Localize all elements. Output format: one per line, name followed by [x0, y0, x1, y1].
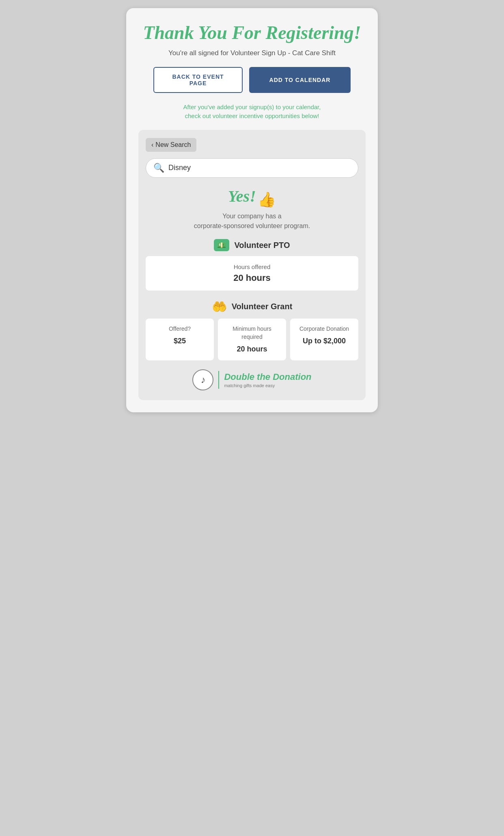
dtd-tagline: matching gifts made easy [224, 383, 311, 388]
new-search-button[interactable]: ‹ New Search [146, 138, 196, 152]
dtd-brand-name: Double the Donation [224, 372, 311, 382]
incentive-text: After you've added your signup(s) to you… [138, 103, 366, 121]
inner-card: ‹ New Search 🔍 Yes! 👍 Your company has a… [138, 130, 366, 400]
pto-hours-label: Hours offered [153, 263, 351, 270]
dtd-logo-icon: ♪ [192, 369, 213, 390]
back-to-event-button[interactable]: BACK TO EVENT PAGE [153, 67, 243, 93]
dtd-text-block: Double the Donation matching gifts made … [224, 372, 311, 388]
button-row: BACK TO EVENT PAGE ADD TO CALENDAR [138, 67, 366, 93]
pto-hours-value: 20 hours [153, 273, 351, 283]
grant-value-0: $25 [151, 336, 209, 346]
grant-card-hours: Minimum hours required 20 hours [218, 319, 286, 360]
yes-section: Yes! 👍 Your company has a corporate-spon… [146, 187, 358, 231]
grant-value-2: Up to $2,000 [295, 336, 353, 346]
company-description: Your company has a corporate-sponsored v… [146, 211, 358, 231]
search-icon: 🔍 [153, 163, 164, 173]
new-search-label: New Search [155, 141, 191, 149]
grant-label-0: Offered? [151, 325, 209, 333]
grant-label-2: Corporate Donation [295, 325, 353, 333]
money-icon: 💵 [214, 239, 229, 251]
add-to-calendar-button[interactable]: ADD TO CALENDAR [249, 67, 351, 93]
yes-text: Yes! [228, 187, 256, 205]
grant-card-offered: Offered? $25 [146, 319, 214, 360]
grant-label-1: Minimum hours required [223, 325, 281, 341]
search-bar: 🔍 [146, 158, 358, 178]
grant-title: Volunteer Grant [232, 302, 293, 311]
grant-section-header: 🤲 Volunteer Grant [146, 299, 358, 314]
pto-title: Volunteer PTO [234, 241, 290, 250]
grant-value-1: 20 hours [223, 345, 281, 354]
chevron-left-icon: ‹ [151, 141, 153, 149]
dtd-divider [218, 371, 219, 389]
thumbs-up-icon: 👍 [258, 191, 276, 208]
dtd-brand-double: Double [224, 372, 257, 382]
subtitle: You're all signed for Volunteer Sign Up … [138, 49, 366, 57]
grant-cards: Offered? $25 Minimum hours required 20 h… [146, 319, 358, 360]
pto-section-header: 💵 Volunteer PTO [146, 239, 358, 251]
yes-headline: Yes! 👍 [146, 187, 358, 209]
grant-card-donation: Corporate Donation Up to $2,000 [290, 319, 358, 360]
dtd-brand-donation: Donation [273, 372, 311, 382]
dtd-footer: ♪ Double the Donation matching gifts mad… [146, 369, 358, 390]
main-title: Thank You For Registering! [138, 23, 366, 43]
dtd-brand-the: the [257, 372, 273, 382]
pto-card: Hours offered 20 hours [146, 256, 358, 291]
hands-icon: 🤲 [212, 299, 227, 314]
page-wrapper: Thank You For Registering! You're all si… [126, 8, 378, 412]
search-input[interactable] [168, 164, 351, 172]
